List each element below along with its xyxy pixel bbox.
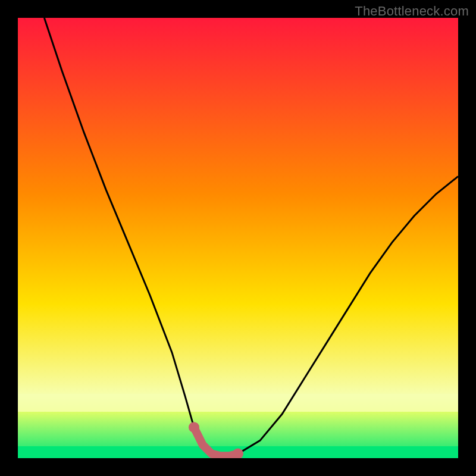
gradient-background: [18, 18, 458, 458]
chart-svg: [18, 18, 458, 458]
light-band: [18, 394, 458, 412]
plot-area: [18, 18, 458, 458]
watermark-text: TheBottleneck.com: [355, 4, 469, 19]
highlight-dot-left: [189, 422, 199, 433]
outer-frame: TheBottleneck.com: [0, 0, 476, 476]
